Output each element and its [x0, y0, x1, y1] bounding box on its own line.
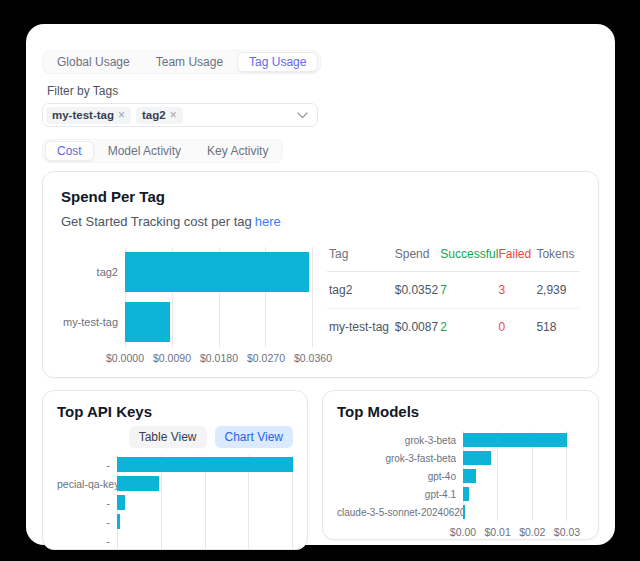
chart-row: grok-3-fast-beta — [337, 449, 584, 467]
tab-key-activity[interactable]: Key Activity — [195, 141, 280, 161]
plot-area — [125, 297, 313, 347]
y-axis-label: claude-3-5-sonnet-20240620 — [337, 507, 463, 518]
y-axis-label: tag2 — [61, 266, 125, 278]
bar-gpt-4-1 — [463, 487, 469, 501]
y-axis-label: - — [57, 497, 117, 509]
remove-tag-icon[interactable]: × — [118, 109, 125, 121]
x-tick: $0.0360 — [294, 352, 332, 364]
y-axis-label: grok-3-beta — [337, 435, 463, 446]
y-axis-label: gpt-4.1 — [337, 489, 463, 500]
plot-area — [117, 531, 293, 550]
y-axis-label: pecial-qa-key — [57, 478, 117, 490]
bar-api-key-1 — [117, 457, 293, 472]
filter-by-tags-label: Filter by Tags — [47, 84, 599, 98]
bar-api-key-4 — [117, 514, 120, 529]
tab-global-usage[interactable]: Global Usage — [45, 52, 142, 72]
plot-area — [463, 485, 567, 503]
table-view-button[interactable]: Table View — [129, 426, 207, 448]
cell-tokens: 2,939 — [534, 272, 580, 309]
x-tick: $0.0180 — [200, 352, 238, 364]
bottom-cards-row: Top API Keys Table View Chart View - pec… — [42, 390, 599, 550]
x-tick: $0.03 — [554, 526, 580, 538]
chart-row: tag2 — [61, 247, 313, 297]
chart-row: - — [57, 512, 293, 531]
spend-per-tag-chart: tag2 my-test-tag $0.0000 $0.0090 $0.0180… — [61, 241, 313, 363]
plot-area — [463, 503, 567, 521]
bar-api-key-3 — [117, 495, 125, 510]
plot-area — [117, 512, 293, 531]
top-api-keys-chart: - pecial-qa-key - — [57, 455, 293, 550]
usage-scope-tabs: Global Usage Team Usage Tag Usage — [42, 50, 321, 74]
y-axis-label: grok-3-fast-beta — [337, 453, 463, 464]
plot-area — [125, 247, 313, 297]
chart-row: my-test-tag — [61, 297, 313, 347]
y-axis-label: - — [57, 535, 117, 547]
plot-area — [117, 474, 293, 493]
tab-tag-usage[interactable]: Tag Usage — [237, 52, 318, 72]
remove-tag-icon[interactable]: × — [170, 109, 177, 121]
y-axis-label: - — [57, 459, 117, 471]
plot-area — [463, 431, 567, 449]
top-api-keys-card: Top API Keys Table View Chart View - pec… — [42, 390, 308, 550]
bar-gpt-4o — [463, 469, 476, 483]
top-models-chart: grok-3-beta grok-3-fast-beta gpt-4o — [337, 431, 584, 537]
chart-row: - — [57, 455, 293, 474]
bar-grok-3-fast-beta — [463, 451, 491, 465]
cell-failed: 3 — [496, 272, 534, 309]
y-axis-label: my-test-tag — [61, 316, 125, 328]
top-models-title: Top Models — [337, 403, 584, 421]
tag-filter-multiselect[interactable]: my-test-tag × tag2 × — [42, 103, 318, 127]
x-tick: $0.0090 — [153, 352, 191, 364]
tab-cost[interactable]: Cost — [45, 141, 94, 161]
table-header-row: Tag Spend Successful Failed Tokens — [327, 241, 580, 272]
chart-row: - — [57, 493, 293, 512]
tag-chip-label: my-test-tag — [52, 109, 114, 122]
chart-view-button[interactable]: Chart View — [215, 426, 293, 448]
cell-spend: $0.0087 — [393, 309, 439, 346]
plot-area — [463, 449, 567, 467]
bar-tag2 — [125, 252, 309, 292]
plot-area — [463, 467, 567, 485]
bar-grok-3-beta — [463, 433, 567, 447]
top-models-card: Top Models grok-3-beta grok-3-fast-beta … — [322, 390, 599, 540]
x-tick: $0.0000 — [106, 352, 144, 364]
chevron-down-icon[interactable] — [297, 112, 308, 119]
cell-tokens: 518 — [534, 309, 580, 346]
x-axis-ticks: $0.0000 $0.0090 $0.0180 $0.0270 $0.0360 — [125, 347, 313, 363]
usage-dashboard-panel: Global Usage Team Usage Tag Usage Filter… — [26, 24, 615, 545]
cell-tag: tag2 — [327, 272, 393, 309]
y-axis-label: gpt-4o — [337, 471, 463, 482]
tab-model-activity[interactable]: Model Activity — [96, 141, 193, 161]
tab-team-usage[interactable]: Team Usage — [144, 52, 235, 72]
col-header-failed: Failed — [496, 241, 534, 272]
cell-successful: 2 — [438, 309, 496, 346]
plot-area — [117, 493, 293, 512]
table-row: tag2 $0.0352 7 3 2,939 — [327, 272, 580, 309]
spend-card-content: tag2 my-test-tag $0.0000 $0.0090 $0.0180… — [61, 241, 580, 363]
spend-card-subtitle: Get Started Tracking cost per taghere — [61, 214, 580, 229]
spend-per-tag-table: Tag Spend Successful Failed Tokens tag2 … — [327, 241, 580, 345]
cost-view-tabs: Cost Model Activity Key Activity — [42, 139, 283, 163]
x-tick: $0.00 — [450, 526, 476, 538]
col-header-tag: Tag — [327, 241, 393, 272]
table-row: my-test-tag $0.0087 2 0 518 — [327, 309, 580, 346]
y-axis-label: - — [57, 516, 117, 528]
subtitle-text: Get Started Tracking cost per tag — [61, 214, 252, 229]
chart-row: gpt-4.1 — [337, 485, 584, 503]
bar-api-key-2 — [117, 476, 159, 491]
x-axis-ticks: $0.00 $0.01 $0.02 $0.03 — [463, 521, 567, 537]
tag-chip-label: tag2 — [142, 109, 166, 122]
bar-my-test-tag — [125, 302, 170, 342]
spend-card-title: Spend Per Tag — [61, 188, 580, 206]
tag-chip-my-test-tag: my-test-tag × — [46, 107, 131, 124]
get-started-link[interactable]: here — [255, 214, 281, 229]
col-header-tokens: Tokens — [534, 241, 580, 272]
x-tick: $0.02 — [519, 526, 545, 538]
chart-row: - — [57, 531, 293, 550]
cell-spend: $0.0352 — [393, 272, 439, 309]
x-tick: $0.01 — [485, 526, 511, 538]
col-header-successful: Successful — [438, 241, 496, 272]
cell-successful: 7 — [438, 272, 496, 309]
cell-tag: my-test-tag — [327, 309, 393, 346]
bar-claude-3-5-sonnet — [463, 505, 465, 519]
